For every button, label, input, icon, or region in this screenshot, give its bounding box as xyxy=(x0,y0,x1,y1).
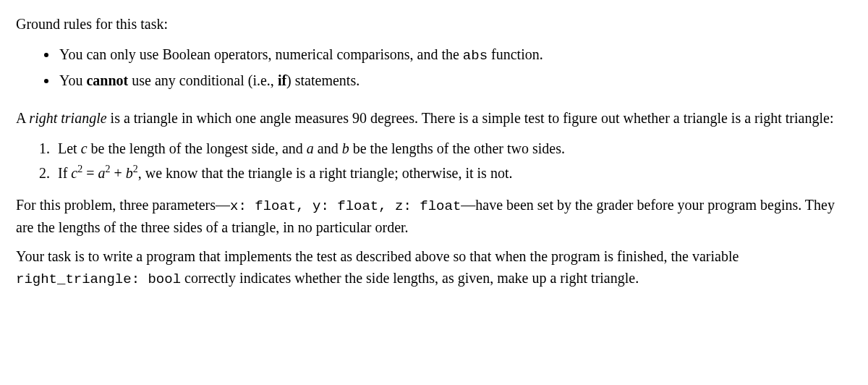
rule-1-text-prefix: You can only use Boolean operators, nume… xyxy=(59,46,463,62)
step-2-var-c: c xyxy=(71,165,77,181)
step-2-sq2: 2 xyxy=(106,164,111,174)
parameters-paragraph: For this problem, three parameters—x: fl… xyxy=(16,194,852,239)
definition-rest: is a triangle in which one angle measure… xyxy=(107,110,834,126)
para2-suffix: correctly indicates whether the side len… xyxy=(181,270,639,286)
definition-term: right triangle xyxy=(29,110,106,126)
step-2-p1: If xyxy=(58,165,71,181)
rule-2-suffix: ) statements. xyxy=(286,72,359,88)
step-2-rest: , we know that the triangle is a right t… xyxy=(138,165,513,181)
definition-paragraph: A right triangle is a triangle in which … xyxy=(16,107,852,129)
rule-2-mid: use any conditional (i.e., xyxy=(128,72,278,88)
intro-text: Ground rules for this task: xyxy=(16,13,852,35)
result-variable-code: right_triangle: bool xyxy=(16,271,181,287)
step-1-var-a: a xyxy=(307,140,314,156)
ground-rules-list: You can only use Boolean operators, nume… xyxy=(58,43,852,91)
step-1-p3: and xyxy=(314,140,342,156)
step-1-p4: be the lengths of the other two sides. xyxy=(349,140,565,156)
task-paragraph: Your task is to write a program that imp… xyxy=(16,245,852,290)
step-1: Let c be the length of the longest side,… xyxy=(54,138,852,159)
definition-prefix: A xyxy=(16,110,29,126)
rule-2-bold-if: if xyxy=(278,72,286,88)
step-1-p1: Let xyxy=(58,140,81,156)
step-2-plus: + xyxy=(111,165,126,181)
step-2: If c2 = a2 + b2, we know that the triang… xyxy=(54,162,852,184)
step-1-var-c: c xyxy=(81,140,88,156)
step-2-var-a: a xyxy=(98,165,106,181)
step-2-sq3: 2 xyxy=(133,164,138,174)
step-2-var-b: b xyxy=(126,165,133,181)
rule-item-1: You can only use Boolean operators, nume… xyxy=(58,43,852,67)
para1-prefix: For this problem, three parameters— xyxy=(16,197,230,213)
rule-2-bold-cannot: cannot xyxy=(86,72,128,88)
step-1-var-b: b xyxy=(342,140,349,156)
step-1-p2: be the length of the longest side, and xyxy=(88,140,307,156)
step-2-eq: = xyxy=(82,165,98,181)
steps-list: Let c be the length of the longest side,… xyxy=(54,138,852,184)
para2-prefix: Your task is to write a program that imp… xyxy=(16,248,739,264)
rule-2-prefix: You xyxy=(59,72,86,88)
rule-item-2: You cannot use any conditional (i.e., if… xyxy=(58,69,852,91)
rule-1-text-suffix: function. xyxy=(488,46,543,62)
parameters-code: x: float, y: float, z: float xyxy=(230,198,461,214)
rule-1-code: abs xyxy=(463,48,488,64)
